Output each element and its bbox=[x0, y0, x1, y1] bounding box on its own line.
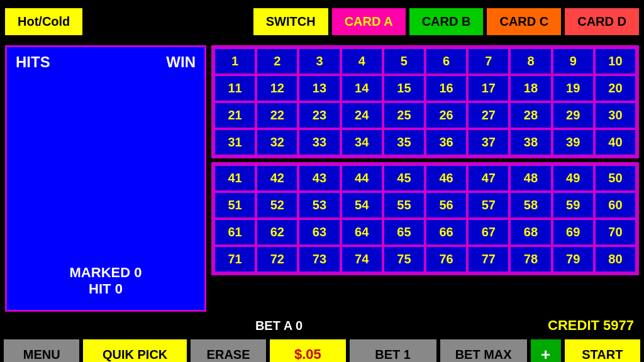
bet1-button[interactable]: BET 1 bbox=[350, 339, 436, 362]
number-cell-73[interactable]: 73 bbox=[299, 246, 340, 272]
number-cell-35[interactable]: 35 bbox=[384, 129, 425, 155]
number-cell-45[interactable]: 45 bbox=[384, 165, 425, 191]
bottom-bar: MENU QUIK PICK ERASE $.05 BET 1 BET MAX … bbox=[0, 337, 644, 362]
number-cell-15[interactable]: 15 bbox=[384, 75, 425, 101]
number-cell-36[interactable]: 36 bbox=[426, 129, 467, 155]
number-cell-2[interactable]: 2 bbox=[257, 48, 297, 74]
number-cell-31[interactable]: 31 bbox=[214, 129, 255, 155]
number-cell-61[interactable]: 61 bbox=[214, 219, 255, 245]
start-button[interactable]: START bbox=[565, 339, 640, 362]
number-cell-63[interactable]: 63 bbox=[299, 219, 340, 245]
number-cell-17[interactable]: 17 bbox=[468, 75, 509, 101]
number-cell-20[interactable]: 20 bbox=[595, 75, 636, 101]
card-a-tab[interactable]: CARD A bbox=[332, 8, 406, 35]
number-cell-30[interactable]: 30 bbox=[595, 102, 636, 128]
number-cell-55[interactable]: 55 bbox=[384, 192, 425, 218]
number-cell-58[interactable]: 58 bbox=[510, 192, 551, 218]
hot-cold-button[interactable]: Hot/Cold bbox=[5, 8, 82, 35]
number-cell-39[interactable]: 39 bbox=[553, 129, 594, 155]
number-cell-13[interactable]: 13 bbox=[299, 75, 340, 101]
number-cell-49[interactable]: 49 bbox=[553, 165, 594, 191]
number-cell-76[interactable]: 76 bbox=[426, 246, 467, 272]
number-cell-54[interactable]: 54 bbox=[341, 192, 382, 218]
number-cell-64[interactable]: 64 bbox=[341, 219, 382, 245]
number-cell-27[interactable]: 27 bbox=[468, 102, 509, 128]
number-cell-75[interactable]: 75 bbox=[384, 246, 425, 272]
number-cell-79[interactable]: 79 bbox=[553, 246, 594, 272]
number-cell-21[interactable]: 21 bbox=[214, 102, 255, 128]
number-cell-12[interactable]: 12 bbox=[257, 75, 297, 101]
number-cell-57[interactable]: 57 bbox=[468, 192, 509, 218]
number-cell-66[interactable]: 66 bbox=[426, 219, 467, 245]
number-cell-26[interactable]: 26 bbox=[426, 102, 467, 128]
number-cell-23[interactable]: 23 bbox=[299, 102, 340, 128]
number-cell-62[interactable]: 62 bbox=[257, 219, 297, 245]
number-cell-60[interactable]: 60 bbox=[595, 192, 636, 218]
number-cell-78[interactable]: 78 bbox=[510, 246, 551, 272]
number-cell-47[interactable]: 47 bbox=[468, 165, 509, 191]
number-cell-29[interactable]: 29 bbox=[553, 102, 594, 128]
number-cell-74[interactable]: 74 bbox=[341, 246, 382, 272]
number-cell-16[interactable]: 16 bbox=[426, 75, 467, 101]
hit-label: HIT 0 bbox=[7, 281, 204, 297]
number-cell-6[interactable]: 6 bbox=[426, 48, 467, 74]
number-cell-59[interactable]: 59 bbox=[553, 192, 594, 218]
win-label: WIN bbox=[166, 53, 196, 71]
number-cell-18[interactable]: 18 bbox=[510, 75, 551, 101]
marked-hit-panel: MARKED 0 HIT 0 bbox=[7, 265, 204, 297]
number-cell-32[interactable]: 32 bbox=[257, 129, 297, 155]
number-cell-38[interactable]: 38 bbox=[510, 129, 551, 155]
number-cell-10[interactable]: 10 bbox=[595, 48, 636, 74]
number-cell-1[interactable]: 1 bbox=[214, 48, 255, 74]
card-c-tab[interactable]: CARD C bbox=[487, 8, 561, 35]
menu-button[interactable]: MENU bbox=[4, 339, 79, 362]
number-cell-43[interactable]: 43 bbox=[299, 165, 340, 191]
number-cell-34[interactable]: 34 bbox=[341, 129, 382, 155]
number-cell-80[interactable]: 80 bbox=[595, 246, 636, 272]
number-cell-44[interactable]: 44 bbox=[341, 165, 382, 191]
number-cell-40[interactable]: 40 bbox=[595, 129, 636, 155]
number-cell-69[interactable]: 69 bbox=[553, 219, 594, 245]
number-cell-24[interactable]: 24 bbox=[341, 102, 382, 128]
number-cell-67[interactable]: 67 bbox=[468, 219, 509, 245]
number-cell-14[interactable]: 14 bbox=[341, 75, 382, 101]
number-cell-33[interactable]: 33 bbox=[299, 129, 340, 155]
quik-pick-button[interactable]: QUIK PICK bbox=[83, 339, 187, 362]
number-cell-22[interactable]: 22 bbox=[257, 102, 297, 128]
number-cell-65[interactable]: 65 bbox=[384, 219, 425, 245]
number-cell-70[interactable]: 70 bbox=[595, 219, 636, 245]
number-cell-56[interactable]: 56 bbox=[426, 192, 467, 218]
number-cell-77[interactable]: 77 bbox=[468, 246, 509, 272]
number-cell-3[interactable]: 3 bbox=[299, 48, 340, 74]
number-cell-41[interactable]: 41 bbox=[214, 165, 255, 191]
number-cell-19[interactable]: 19 bbox=[553, 75, 594, 101]
number-cell-7[interactable]: 7 bbox=[468, 48, 509, 74]
plus-button[interactable]: + bbox=[531, 339, 561, 362]
number-cell-50[interactable]: 50 bbox=[595, 165, 636, 191]
number-cell-72[interactable]: 72 bbox=[257, 246, 297, 272]
bet-max-button[interactable]: BET MAX bbox=[440, 339, 527, 362]
number-cell-52[interactable]: 52 bbox=[257, 192, 297, 218]
switch-tab[interactable]: SWITCH bbox=[253, 8, 328, 35]
number-cell-71[interactable]: 71 bbox=[214, 246, 255, 272]
number-cell-28[interactable]: 28 bbox=[510, 102, 551, 128]
erase-button[interactable]: ERASE bbox=[191, 339, 266, 362]
number-cell-48[interactable]: 48 bbox=[510, 165, 551, 191]
number-cell-8[interactable]: 8 bbox=[510, 48, 551, 74]
number-cell-37[interactable]: 37 bbox=[468, 129, 509, 155]
number-cell-46[interactable]: 46 bbox=[426, 165, 467, 191]
card-d-tab[interactable]: CARD D bbox=[565, 8, 639, 35]
number-cell-25[interactable]: 25 bbox=[384, 102, 425, 128]
number-cell-5[interactable]: 5 bbox=[384, 48, 425, 74]
number-cell-9[interactable]: 9 bbox=[553, 48, 594, 74]
card-b-tab[interactable]: CARD B bbox=[409, 8, 484, 35]
number-cell-51[interactable]: 51 bbox=[214, 192, 255, 218]
credit-label: CREDIT 5977 bbox=[548, 317, 634, 334]
number-cell-53[interactable]: 53 bbox=[299, 192, 340, 218]
amount-button[interactable]: $.05 bbox=[270, 339, 345, 362]
number-cell-68[interactable]: 68 bbox=[510, 219, 551, 245]
main-content: HITS WIN MARKED 0 HIT 0 1234567891011121… bbox=[0, 43, 644, 314]
number-cell-11[interactable]: 11 bbox=[214, 75, 255, 101]
number-cell-42[interactable]: 42 bbox=[257, 165, 297, 191]
number-cell-4[interactable]: 4 bbox=[341, 48, 382, 74]
